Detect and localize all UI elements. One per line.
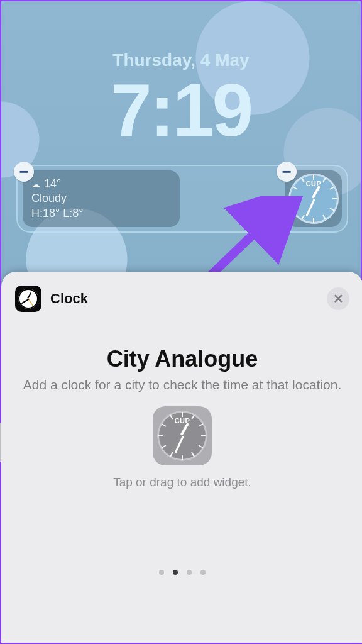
clock-app-icon [15, 286, 41, 312]
add-widget-hint: Tap or drag to add widget. [15, 475, 349, 489]
weather-hilo: H:18° L:8° [31, 206, 171, 221]
page-dot[interactable] [200, 570, 206, 575]
weather-widget[interactable]: − ☁︎ 14° Cloudy H:18° L:8° [23, 170, 180, 227]
page-dot[interactable] [173, 570, 178, 575]
weather-condition: Cloudy [31, 191, 171, 206]
sheet-app-title: Clock [50, 291, 88, 307]
widget-title: City Analogue [15, 346, 349, 372]
remove-widget-button[interactable]: − [277, 162, 297, 182]
page-dot[interactable] [159, 570, 164, 575]
time-label[interactable]: 7:19 [1, 67, 361, 153]
widget-preview[interactable]: CUP [153, 406, 212, 465]
lock-screen-editor: Thursday, 4 May 7:19 − ☁︎ 14° Cloudy H:1… [0, 0, 362, 644]
widget-description: Add a clock for a city to check the time… [15, 376, 349, 394]
clock-city-code: CUP [288, 180, 339, 187]
widget-picker-sheet: Clock ✕ City Analogue Add a clock for a … [1, 272, 362, 643]
page-dot[interactable] [187, 570, 192, 575]
analog-clock-icon: CUP [157, 411, 207, 461]
city-clock-widget[interactable]: − CUP [285, 170, 342, 227]
weather-temp: 14° [44, 177, 61, 191]
remove-widget-button[interactable]: − [14, 162, 34, 182]
page-indicator[interactable] [1, 570, 362, 575]
close-button[interactable]: ✕ [327, 287, 349, 310]
widget-slot-row[interactable]: − ☁︎ 14° Cloudy H:18° L:8° − CUP [16, 165, 348, 233]
cloud-icon: ☁︎ [31, 179, 40, 190]
analog-clock-icon: CUP [288, 174, 339, 224]
close-icon: ✕ [333, 291, 344, 306]
clock-city-code: CUP [157, 417, 207, 425]
